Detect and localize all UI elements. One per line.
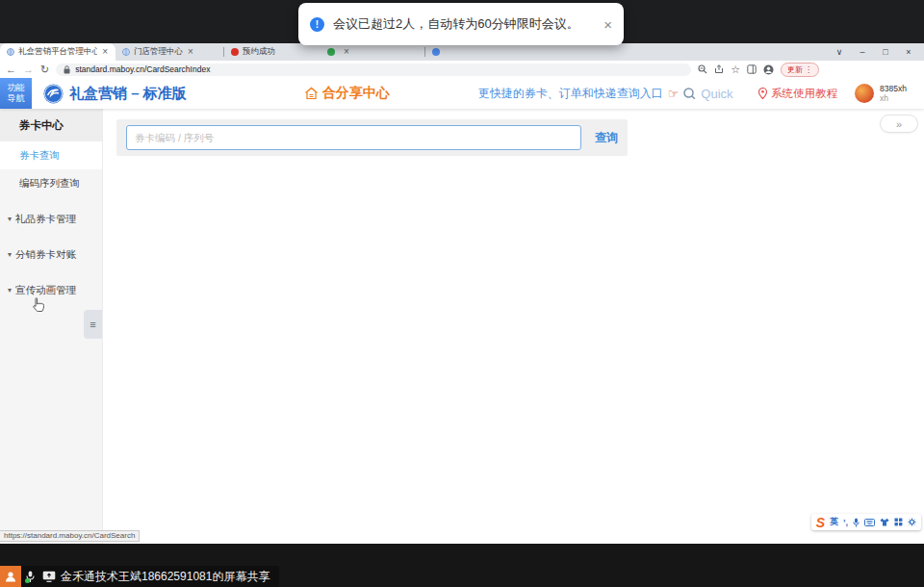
globe-favicon-icon [7, 48, 14, 56]
hamburger-icon: ≡ [90, 319, 95, 330]
apps-grid-icon[interactable] [894, 518, 903, 526]
notification-close-icon[interactable]: × [603, 17, 612, 32]
keyboard-icon[interactable] [864, 519, 875, 526]
update-label: 更新 [787, 64, 803, 75]
tab-close-icon[interactable]: × [343, 47, 350, 57]
sidebar-item-label: 宣传动画管理 [15, 284, 76, 297]
settings-gear-icon[interactable] [908, 518, 916, 526]
sidebar-item-label: 券卡查询 [19, 149, 60, 163]
user-name: 8385xh [880, 84, 907, 93]
tab-hidden-2[interactable] [425, 43, 518, 61]
card-search-panel: 查询 [116, 119, 628, 156]
sidebar-collapse-handle[interactable]: ≡ [84, 310, 102, 339]
sidebar-item-promo-animation-management[interactable]: ▾ 宣传动画管理 [0, 276, 102, 304]
browser-window: 礼盒营销平台管理中心 × 门店管理中心 × 预约成功 × [0, 43, 924, 544]
main-content: 查询 » [103, 109, 924, 544]
brand: 礼盒营销 – 标准版 [43, 84, 187, 104]
app-header: 功能 导航 礼盒营销 – 标准版 [0, 78, 924, 109]
address-url: standard.maboy.cn/CardSearchIndex [75, 64, 210, 74]
tutorial-link[interactable]: 系统使用教程 [758, 87, 837, 101]
sidebar-item-distribution-reconciliation[interactable]: ▾ 分销券卡对账 [0, 241, 102, 268]
tab-title: 礼盒营销平台管理中心 [18, 46, 97, 58]
update-chip[interactable]: 更新 ⋮ [781, 63, 819, 77]
browser-toolbar: ← → ↻ standard.maboy.cn/CardSearchIndex … [0, 61, 924, 78]
profile-icon[interactable] [763, 64, 774, 75]
pointing-finger-icon: ☞ [668, 87, 680, 101]
nav-toggle-line2: 导航 [8, 93, 25, 104]
share-center-link[interactable]: 合分享中心 [304, 85, 390, 102]
nav-toggle-line1: 功能 [8, 83, 25, 93]
window-controls: ∨ – □ × [828, 43, 920, 61]
tab-store-center[interactable]: 门店管理中心 × [116, 43, 223, 61]
chevron-down-icon: ▾ [8, 286, 12, 294]
user-account[interactable]: 8385xh xh [855, 84, 907, 103]
tab-booking-success[interactable]: 预约成功 [224, 43, 321, 61]
house-icon [304, 87, 319, 100]
reload-button[interactable]: ↻ [40, 64, 49, 75]
screen-share-text: 金禾通技术王斌18662591081的屏幕共享 [61, 569, 270, 585]
user-subname: xh [880, 93, 907, 103]
mouse-cursor-icon [32, 297, 44, 313]
close-button[interactable]: × [897, 43, 920, 61]
double-chevron-right-icon: » [896, 118, 902, 130]
user-avatar [855, 84, 874, 103]
globe-favicon-icon [122, 48, 130, 56]
sidebar-item-gift-card-management[interactable]: ▾ 礼品券卡管理 [0, 205, 102, 233]
share-center-label: 合分享中心 [322, 85, 390, 102]
tab-title: 预约成功 [243, 46, 275, 58]
screen-share-bar[interactable]: 金禾通技术王斌18662591081的屏幕共享 [0, 566, 279, 587]
red-favicon-icon [231, 48, 239, 56]
sidebar-item-label: 礼品券卡管理 [15, 213, 76, 226]
sogou-logo-icon[interactable]: S [816, 516, 825, 529]
app-body: 券卡中心 券卡查询 编码序列查询 ▾ 礼品券卡管理 ▾ 分销券卡对账 [0, 109, 924, 544]
tab-title: 门店管理中心 [134, 46, 183, 58]
lock-icon [64, 65, 70, 74]
tab-search-icon[interactable]: ∨ [828, 43, 851, 61]
sidebar-section-title: 券卡中心 [0, 109, 102, 141]
tab-close-icon[interactable]: × [187, 47, 194, 57]
quick-entry-text: 更快捷的券卡、订单和快递查询入口 [478, 86, 663, 102]
microphone-icon[interactable] [853, 518, 860, 527]
function-nav-toggle[interactable]: 功能 导航 [0, 78, 32, 109]
green-favicon-icon [327, 48, 335, 56]
maximize-button[interactable]: □ [874, 43, 897, 61]
screen: 礼盒营销平台管理中心 × 门店管理中心 × 预约成功 × [0, 0, 924, 587]
tab-gift-platform[interactable]: 礼盒营销平台管理中心 × [0, 43, 116, 61]
skin-shirt-icon[interactable] [880, 518, 889, 526]
card-search-input[interactable] [126, 125, 581, 150]
tutorial-label: 系统使用教程 [771, 87, 837, 101]
sidebar-item-code-sequence-search[interactable]: 编码序列查询 [0, 169, 102, 197]
share-icon[interactable] [714, 64, 724, 74]
side-panel-icon[interactable] [747, 64, 757, 74]
tab-hidden-1[interactable]: × [321, 43, 424, 61]
brand-title: 礼盒营销 – 标准版 [69, 85, 187, 103]
screen-share-icon [42, 571, 56, 582]
zoom-icon[interactable] [698, 64, 707, 74]
menu-dots-icon[interactable]: ⋮ [805, 65, 812, 74]
quick-entry[interactable]: 更快捷的券卡、订单和快递查询入口 ☞ Quick [478, 86, 733, 102]
meeting-notification: ! 会议已超过2人，自动转为60分钟限时会议。 × [298, 3, 624, 45]
search-button[interactable]: 查询 [595, 130, 618, 146]
pin-icon [758, 88, 767, 99]
sogou-input-toolbar[interactable]: S 英 ’, [811, 514, 921, 530]
expand-panel-button[interactable]: » [880, 115, 918, 133]
quick-search-icon [683, 88, 696, 100]
forward-button[interactable]: → [23, 64, 34, 75]
address-bar[interactable]: standard.maboy.cn/CardSearchIndex [56, 64, 691, 76]
minimize-button[interactable]: – [851, 43, 874, 61]
bookmark-star-icon[interactable]: ☆ [731, 64, 740, 76]
user-meta: 8385xh xh [880, 84, 907, 103]
tab-strip: 礼盒营销平台管理中心 × 门店管理中心 × 预约成功 × [0, 43, 924, 61]
brand-logo-icon [43, 84, 64, 104]
back-button[interactable]: ← [6, 64, 16, 75]
blue-favicon-icon [432, 48, 440, 56]
language-mode-icon[interactable]: 英 [830, 516, 838, 528]
sharer-avatar-icon [0, 566, 21, 587]
notification-text: 会议已超过2人，自动转为60分钟限时会议。 [333, 15, 579, 33]
microphone-status-icon [26, 570, 38, 583]
sidebar-item-label: 编码序列查询 [19, 177, 80, 191]
mic-active-indicator [25, 578, 30, 583]
tab-close-icon[interactable]: × [101, 47, 109, 57]
sidebar-item-card-search[interactable]: 券卡查询 [0, 141, 102, 169]
apostrophe-icon[interactable]: ’, [843, 518, 848, 527]
